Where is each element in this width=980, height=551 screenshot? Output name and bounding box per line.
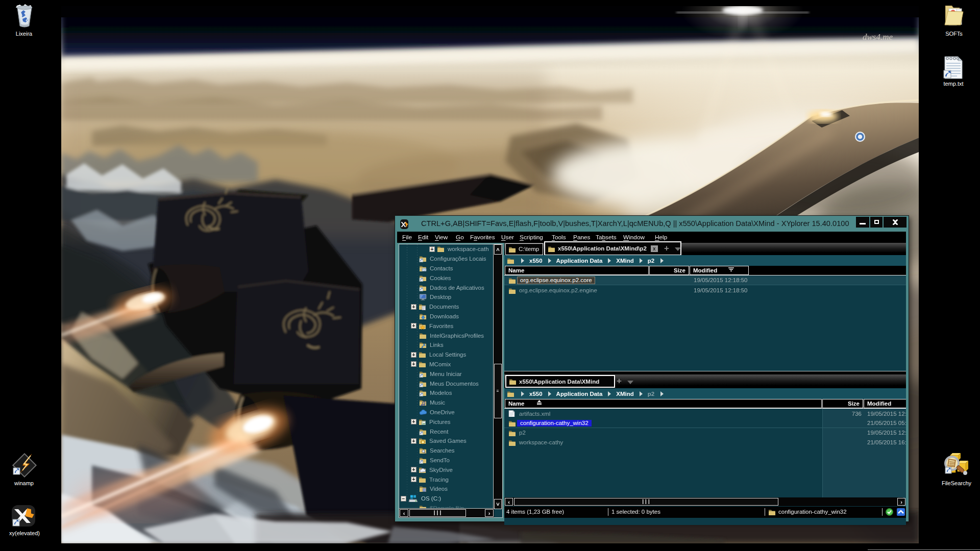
svg-text:dws4.me: dws4.me <box>863 32 893 42</box>
